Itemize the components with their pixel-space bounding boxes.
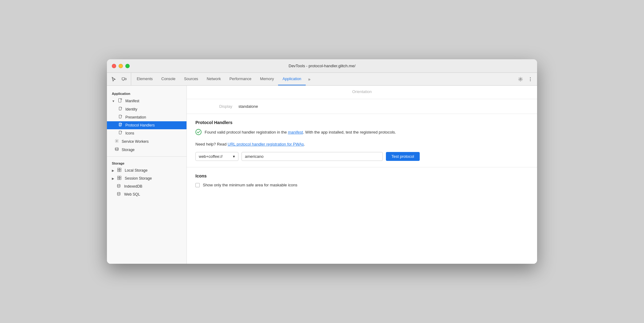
- svg-rect-8: [121, 99, 122, 99]
- session-storage-label: Session Storage: [125, 176, 152, 181]
- tab-list: Elements Console Sources Network Perform…: [132, 73, 516, 85]
- file-icon-presentation: [118, 115, 123, 120]
- help-text-before: Need help? Read: [195, 142, 228, 146]
- tab-sources[interactable]: Sources: [180, 73, 202, 85]
- help-text-after: .: [304, 142, 305, 146]
- main-content: Application ▼ Manifest: [107, 86, 537, 264]
- sidebar-item-protocol-handlers[interactable]: Protocol Handlers: [107, 121, 187, 129]
- svg-rect-0: [122, 78, 125, 80]
- svg-rect-17: [117, 170, 119, 172]
- more-icon[interactable]: [526, 75, 535, 84]
- window-title: DevTools - protocol-handler.glitch.me/: [289, 64, 355, 68]
- expand-arrow-session: ▶: [112, 177, 114, 180]
- orientation-label: Orientation: [195, 89, 528, 94]
- expand-arrow-icon: ▼: [112, 99, 115, 103]
- success-text-after: . With the app installed, test the regis…: [303, 130, 396, 134]
- sidebar-item-icons[interactable]: Icons: [107, 129, 187, 137]
- svg-point-4: [530, 77, 531, 78]
- sidebar-item-presentation[interactable]: Presentation: [107, 113, 187, 121]
- presentation-label: Presentation: [125, 115, 146, 119]
- svg-rect-10: [119, 115, 121, 118]
- tab-application[interactable]: Application: [278, 73, 305, 85]
- manifest-link[interactable]: manifest: [288, 130, 303, 134]
- display-row: Display standalone: [187, 99, 537, 114]
- device-icon[interactable]: [120, 75, 128, 84]
- svg-rect-12: [119, 131, 121, 134]
- grid-icon-local: [117, 168, 122, 173]
- svg-point-24: [117, 192, 120, 193]
- sidebar-item-indexed-db[interactable]: IndexedDB: [107, 182, 187, 190]
- tab-overflow[interactable]: »: [306, 73, 313, 85]
- svg-point-5: [530, 79, 531, 79]
- web-sql-label: Web SQL: [124, 192, 140, 197]
- tab-performance[interactable]: Performance: [225, 73, 256, 85]
- display-value: standalone: [238, 104, 258, 109]
- svg-rect-19: [117, 176, 119, 178]
- close-button[interactable]: [112, 64, 116, 68]
- svg-rect-9: [119, 107, 121, 110]
- minimize-button[interactable]: [119, 64, 123, 68]
- file-icon-icons: [118, 131, 123, 136]
- sidebar-item-identity[interactable]: Identity: [107, 105, 187, 113]
- tab-network[interactable]: Network: [202, 73, 225, 85]
- tab-console[interactable]: Console: [157, 73, 180, 85]
- file-icon-protocol: [118, 123, 123, 128]
- protocol-handlers-heading: Protocol Handlers: [195, 120, 528, 125]
- dropdown-arrow-icon: ▾: [233, 154, 235, 159]
- db-icon-websql: [116, 192, 121, 197]
- sidebar-item-session-storage[interactable]: ▶ Session Storage: [107, 174, 187, 182]
- maskable-checkbox[interactable]: [195, 183, 200, 187]
- file-icon-identity: [118, 107, 123, 112]
- svg-rect-22: [120, 178, 121, 180]
- icons-section: Icons Show only the minimum safe area fo…: [187, 167, 537, 193]
- expand-arrow-local: ▶: [112, 169, 114, 172]
- settings-icon[interactable]: [516, 75, 525, 84]
- devtools-toolbar: Elements Console Sources Network Perform…: [107, 73, 537, 86]
- tab-elements[interactable]: Elements: [132, 73, 157, 85]
- success-text-before: Found valid protocol handler registratio…: [205, 130, 288, 134]
- identity-label: Identity: [125, 107, 137, 111]
- icons-heading: Icons: [195, 173, 528, 178]
- protocol-select[interactable]: web+coffee:// ▾: [195, 152, 238, 161]
- svg-point-6: [530, 80, 531, 81]
- protocol-input[interactable]: [242, 152, 383, 161]
- tab-memory[interactable]: Memory: [256, 73, 278, 85]
- icons-label: Icons: [125, 131, 134, 135]
- protocol-select-value: web+coffee://: [199, 154, 222, 159]
- sidebar-item-web-sql[interactable]: Web SQL: [107, 190, 187, 198]
- maximize-button[interactable]: [125, 64, 130, 68]
- indexed-db-label: IndexedDB: [124, 184, 142, 189]
- toolbar-icons: [109, 73, 131, 85]
- sidebar-item-service-workers[interactable]: Service Workers: [107, 137, 187, 146]
- devtools-window: DevTools - protocol-handler.glitch.me/ E…: [107, 59, 537, 264]
- content-panel: Orientation Display standalone Protocol …: [187, 86, 537, 264]
- gear-icon-service: [114, 139, 119, 144]
- grid-icon-session: [117, 176, 122, 181]
- protocol-handlers-label: Protocol Handlers: [125, 123, 155, 127]
- maskable-label: Show only the minimum safe area for mask…: [203, 183, 297, 187]
- svg-rect-15: [117, 168, 119, 170]
- sidebar-item-storage[interactable]: Storage: [107, 146, 187, 154]
- sidebar-item-local-storage[interactable]: ▶ Local Storage: [107, 166, 187, 174]
- svg-rect-20: [120, 176, 121, 178]
- protocol-handlers-section: Protocol Handlers Found valid protocol h…: [187, 114, 537, 167]
- pwa-link[interactable]: URL protocol handler registration for PW…: [228, 142, 304, 146]
- svg-rect-11: [119, 123, 121, 126]
- file-icon: [118, 98, 123, 104]
- test-protocol-button[interactable]: Test protocol: [386, 152, 420, 161]
- title-bar: DevTools - protocol-handler.glitch.me/: [107, 59, 537, 73]
- svg-point-25: [196, 129, 201, 135]
- storage-label: Storage: [122, 148, 135, 152]
- svg-rect-18: [120, 170, 121, 172]
- local-storage-label: Local Storage: [125, 168, 147, 173]
- svg-rect-1: [125, 78, 127, 80]
- sidebar-storage-title: Storage: [107, 159, 187, 166]
- svg-point-23: [117, 184, 120, 185]
- cursor-icon[interactable]: [109, 75, 118, 84]
- sidebar-application-title: Application: [107, 89, 187, 97]
- svg-point-3: [520, 78, 521, 80]
- svg-point-14: [115, 148, 118, 149]
- sidebar-item-manifest[interactable]: ▼ Manifest: [107, 97, 187, 105]
- db-icon-indexed: [116, 184, 121, 189]
- toolbar-right: [516, 73, 535, 85]
